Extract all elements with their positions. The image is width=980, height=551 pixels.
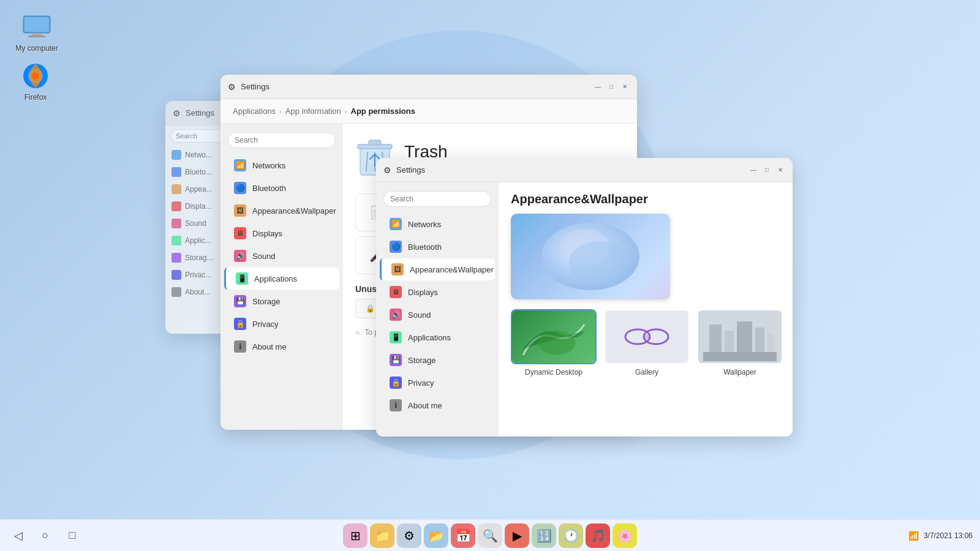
- sidebar-label-about: About me: [408, 401, 442, 410]
- appearance-icon: 🖼: [234, 204, 246, 217]
- taskbar-app-photos[interactable]: 🌸: [612, 523, 637, 548]
- about-icon: ℹ: [234, 340, 246, 353]
- sidebar-item-networks[interactable]: 📶Networks: [380, 213, 495, 235]
- revoke-icon: 🔒: [366, 304, 375, 313]
- desktop-icon-firefox[interactable]: Firefox: [11, 61, 60, 102]
- window-front-sidebar: 📶Networks🔵Bluetooth🖼Appearance&Wallpaper…: [376, 182, 499, 437]
- taskbar-left: ◁ ○ □: [7, 525, 83, 547]
- firefox-icon: [21, 61, 50, 91]
- sidebar-label-displays: Displays: [408, 288, 438, 297]
- window-front-content: 📶Networks🔵Bluetooth🖼Appearance&Wallpaper…: [376, 182, 793, 437]
- sidebar-item-storage[interactable]: 💾Storage: [380, 349, 495, 371]
- bluetooth-icon: 🔵: [234, 182, 246, 194]
- sidebar-label-storage: Storage: [408, 356, 436, 365]
- wifi-icon: 📶: [908, 531, 919, 541]
- apps-icon: 📱: [236, 272, 248, 285]
- sidebar-item-storage[interactable]: 💾Storage: [224, 290, 339, 312]
- taskbar-app-music[interactable]: 🎵: [586, 523, 610, 548]
- back-label-bluetooth: Blueto...: [185, 168, 212, 176]
- sidebar-item-networks[interactable]: 📶Networks: [224, 154, 339, 176]
- sidebar-item-bluetooth[interactable]: 🔵Bluetooth: [380, 236, 495, 258]
- svg-rect-3: [28, 36, 45, 37]
- window-mid-maximize[interactable]: □: [606, 82, 616, 92]
- window-mid-close[interactable]: ✕: [620, 82, 630, 92]
- desktop-icon-my-computer[interactable]: My computer: [12, 12, 61, 53]
- back-icon-bluetooth: [172, 167, 181, 177]
- taskbar-right: 📶 3/7/2021 13:06: [908, 531, 973, 541]
- wallpaper-main-preview: [511, 214, 670, 299]
- sidebar-item-about[interactable]: ℹAbout me: [224, 335, 339, 358]
- breadcrumb-applications[interactable]: Applications: [233, 107, 276, 116]
- window-front-close[interactable]: ✕: [775, 165, 785, 175]
- back-button[interactable]: ◁: [7, 525, 29, 547]
- dynamic-desktop-preview: [512, 310, 595, 363]
- window-front-maximize[interactable]: □: [762, 165, 772, 175]
- my-computer-label: My computer: [15, 44, 58, 53]
- dynamic-desktop-label: Dynamic Desktop: [525, 368, 582, 377]
- sidebar-item-displays[interactable]: 🖥Displays: [224, 222, 339, 244]
- recents-button[interactable]: □: [61, 525, 83, 547]
- taskbar-center: ⊞📁⚙📂📅🔍▶🔢🕐🎵🌸: [343, 523, 637, 548]
- window-mid-search[interactable]: [228, 132, 336, 148]
- home-button[interactable]: ○: [34, 525, 56, 547]
- back-icon-displays: [172, 201, 181, 211]
- sidebar-item-appearance[interactable]: 🖼Appearance&Wallpaper: [224, 200, 339, 222]
- displays-icon: 🖥: [390, 286, 402, 298]
- sidebar-item-privacy[interactable]: 🔒Privacy: [380, 372, 495, 394]
- taskbar-app-file-manager[interactable]: 📂: [424, 523, 448, 548]
- sidebar-item-about[interactable]: ℹAbout me: [380, 394, 495, 416]
- back-icon-sound: [172, 219, 181, 228]
- svg-point-15: [569, 241, 630, 284]
- taskbar-app-apps-grid[interactable]: ⊞: [343, 523, 368, 548]
- about-icon: ℹ: [390, 399, 402, 411]
- svg-point-16: [538, 331, 575, 355]
- sidebar-item-sound[interactable]: 🔊Sound: [380, 304, 495, 326]
- window-mid-search-container: [221, 129, 343, 152]
- window-front-sidebar-items: 📶Networks🔵Bluetooth🖼Appearance&Wallpaper…: [376, 213, 499, 416]
- taskbar-app-calculator[interactable]: 🔢: [532, 523, 556, 548]
- breadcrumb-sep-2: ›: [345, 108, 347, 115]
- taskbar-app-clock[interactable]: 🕐: [559, 523, 583, 548]
- sidebar-item-appearance[interactable]: 🖼Appearance&Wallpaper: [380, 258, 495, 280]
- taskbar-app-media[interactable]: ▶: [505, 523, 529, 548]
- sidebar-item-apps[interactable]: 📱Applications: [380, 326, 495, 348]
- gallery-preview: [605, 310, 688, 363]
- sidebar-item-privacy[interactable]: 🔒Privacy: [224, 313, 339, 335]
- back-label-storage: Storag...: [185, 253, 213, 262]
- bluetooth-icon: 🔵: [390, 241, 402, 253]
- window-mid-title: ⚙ Settings: [228, 82, 270, 92]
- networks-icon: 📶: [234, 159, 246, 171]
- window-mid-titlebar: ⚙ Settings — □ ✕: [221, 75, 637, 99]
- sidebar-label-appearance: Appearance&Wallpaper: [410, 265, 494, 274]
- wallpaper-label: Wallpaper: [723, 368, 756, 377]
- window-mid-minimize[interactable]: —: [593, 82, 603, 92]
- sidebar-label-sound: Sound: [252, 252, 276, 261]
- sidebar-item-displays[interactable]: 🖥Displays: [380, 281, 495, 303]
- sidebar-label-storage: Storage: [252, 297, 281, 306]
- breadcrumb-sep-1: ›: [279, 108, 282, 115]
- sound-icon: 🔊: [234, 250, 246, 262]
- taskbar-app-calendar[interactable]: 📅: [451, 523, 475, 548]
- taskbar-app-settings[interactable]: ⚙: [397, 523, 421, 548]
- taskbar-app-search[interactable]: 🔍: [478, 523, 502, 548]
- back-icon-networks: [172, 150, 181, 160]
- sidebar-label-apps: Applications: [408, 333, 451, 342]
- svg-point-6: [32, 72, 39, 80]
- breadcrumb-app-permissions[interactable]: App permissions: [351, 107, 415, 116]
- wallpaper-option-gallery[interactable]: Gallery: [604, 309, 690, 377]
- window-mid-sidebar-items: 📶Networks🔵Bluetooth🖼Appearance&Wallpaper…: [221, 154, 343, 358]
- sidebar-item-sound[interactable]: 🔊Sound: [224, 245, 339, 267]
- svg-rect-2: [32, 33, 42, 36]
- sidebar-label-bluetooth: Bluetooth: [252, 184, 286, 193]
- back-label-displays: Displa...: [185, 202, 211, 211]
- window-front-search[interactable]: [383, 191, 491, 207]
- taskbar-app-files[interactable]: 📁: [370, 523, 394, 548]
- sidebar-item-bluetooth[interactable]: 🔵Bluetooth: [224, 177, 339, 199]
- wallpaper-option-wallpaper[interactable]: Wallpaper: [697, 309, 783, 377]
- window-front-minimize[interactable]: —: [748, 165, 758, 175]
- breadcrumb-app-info[interactable]: App information: [285, 107, 341, 116]
- sidebar-item-apps[interactable]: 📱Applications: [224, 268, 339, 290]
- sidebar-label-sound: Sound: [408, 310, 431, 320]
- sidebar-label-displays: Displays: [252, 229, 282, 238]
- wallpaper-option-dynamic-desktop[interactable]: Dynamic Desktop: [511, 309, 597, 377]
